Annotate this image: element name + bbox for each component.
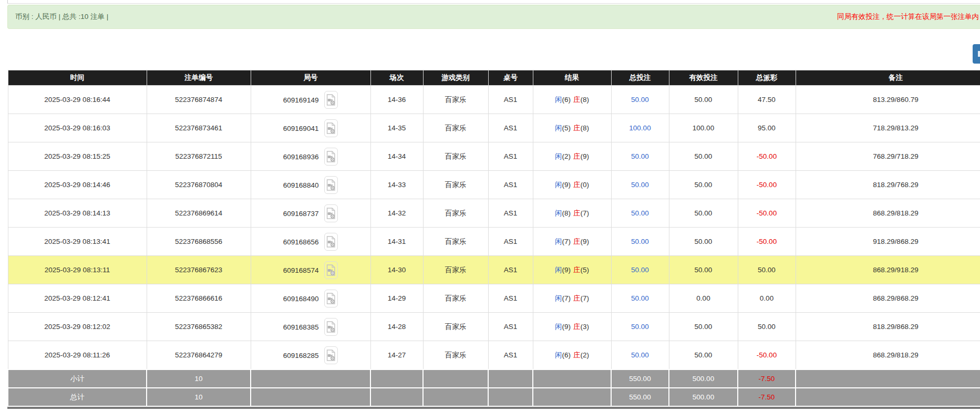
cell-total-bet[interactable]: 50.00 bbox=[611, 171, 669, 199]
cell-result: 闲(7)庄(9) bbox=[533, 228, 611, 256]
cell-total-bet[interactable]: 50.00 bbox=[611, 199, 669, 228]
cell-game-type: 百家乐 bbox=[423, 313, 488, 341]
subtotal-count: 10 bbox=[147, 369, 251, 388]
cell-round-id: 609169149 bbox=[251, 86, 370, 114]
cell-payout: 50.00 bbox=[738, 313, 796, 341]
cell-bet-id: 522376874874 bbox=[147, 86, 251, 114]
round-id-value: 609168490 bbox=[283, 294, 319, 302]
round-id-value: 609168737 bbox=[283, 209, 319, 217]
bet-records-table-wrap: 时间 注单编号 局号 场次 游戏类别 桌号 结果 总投注 有效投注 总派彩 备注… bbox=[7, 70, 980, 409]
video-replay-button[interactable] bbox=[324, 290, 338, 307]
result-banker-score: (8) bbox=[581, 124, 590, 132]
cell-table-code: AS1 bbox=[488, 199, 533, 228]
video-replay-button[interactable] bbox=[324, 318, 338, 336]
cell-valid-bet: 50.00 bbox=[669, 199, 738, 228]
cell-total-bet[interactable]: 100.00 bbox=[611, 114, 669, 142]
cell-total-bet[interactable]: 50.00 bbox=[611, 86, 669, 114]
bet-record-row: 2025-03-29 08:12:41 522376866616 6091684… bbox=[8, 284, 980, 313]
cell-valid-bet: 50.00 bbox=[669, 256, 738, 284]
cell-session: 14-32 bbox=[370, 199, 423, 228]
result-banker-score: (7) bbox=[581, 209, 590, 217]
video-replay-icon bbox=[326, 235, 336, 248]
video-replay-button[interactable] bbox=[324, 261, 338, 279]
cell-time: 2025-03-29 08:13:41 bbox=[8, 228, 147, 256]
cell-payout: -50.00 bbox=[738, 341, 796, 370]
cell-valid-bet: 50.00 bbox=[669, 341, 738, 370]
result-banker-label: 庄 bbox=[573, 238, 581, 245]
cell-payout: 47.50 bbox=[738, 86, 796, 114]
cell-valid-bet: 50.00 bbox=[669, 228, 738, 256]
col-header-game-type: 游戏类别 bbox=[423, 70, 488, 86]
bet-record-row: 2025-03-29 08:12:02 522376865382 6091683… bbox=[8, 313, 980, 341]
video-replay-button[interactable] bbox=[324, 91, 338, 109]
video-replay-button[interactable] bbox=[324, 148, 338, 166]
video-replay-icon bbox=[326, 207, 336, 220]
cell-table-code: AS1 bbox=[488, 86, 533, 114]
result-player-label: 闲 bbox=[555, 152, 562, 160]
result-banker-label: 庄 bbox=[573, 96, 581, 104]
col-header-session: 场次 bbox=[370, 70, 423, 86]
cell-bet-id: 522376872115 bbox=[147, 142, 251, 171]
cell-time: 2025-03-29 08:16:03 bbox=[8, 114, 147, 142]
video-replay-button[interactable] bbox=[324, 204, 338, 222]
cell-valid-bet: 50.00 bbox=[669, 142, 738, 171]
video-replay-button[interactable] bbox=[324, 119, 338, 137]
bet-record-row: 2025-03-29 08:11:26 522376864279 6091682… bbox=[8, 341, 980, 370]
cell-remark: 718.29/813.29 bbox=[796, 114, 980, 142]
video-replay-button[interactable] bbox=[324, 176, 338, 194]
video-replay-icon bbox=[326, 179, 336, 191]
subtotal-payout: -7.50 bbox=[738, 369, 796, 388]
bet-record-row: 2025-03-29 08:13:41 522376868556 6091686… bbox=[8, 228, 980, 256]
cell-payout: 50.00 bbox=[738, 256, 796, 284]
cell-result: 闲(6)庄(8) bbox=[533, 86, 611, 114]
col-header-payout: 总派彩 bbox=[738, 70, 796, 86]
video-replay-icon bbox=[326, 321, 336, 333]
result-player-score: (9) bbox=[562, 181, 571, 189]
bet-record-row: 2025-03-29 08:14:13 522376869614 6091687… bbox=[8, 199, 980, 228]
result-player-label: 闲 bbox=[555, 266, 562, 274]
cell-bet-id: 522376870804 bbox=[147, 171, 251, 199]
cell-total-bet[interactable]: 50.00 bbox=[611, 142, 669, 171]
cell-session: 14-33 bbox=[370, 171, 423, 199]
video-replay-button[interactable] bbox=[324, 346, 338, 364]
cell-total-bet[interactable]: 50.00 bbox=[611, 313, 669, 341]
subtotal-row: 小计 10 550.00 500.00 -7.50 bbox=[8, 369, 980, 388]
cell-game-type: 百家乐 bbox=[423, 114, 488, 142]
grand-total-label: 总计 bbox=[8, 388, 147, 406]
result-banker-score: (0) bbox=[581, 181, 590, 189]
cell-total-bet[interactable]: 50.00 bbox=[611, 284, 669, 313]
result-banker-score: (7) bbox=[581, 294, 590, 302]
cell-payout: 0.00 bbox=[738, 284, 796, 313]
cell-payout: -50.00 bbox=[738, 142, 796, 171]
cell-table-code: AS1 bbox=[488, 171, 533, 199]
cell-total-bet[interactable]: 50.00 bbox=[611, 228, 669, 256]
cell-table-code: AS1 bbox=[488, 341, 533, 370]
cell-valid-bet: 50.00 bbox=[669, 171, 738, 199]
result-player-label: 闲 bbox=[555, 294, 562, 302]
grand-total-total-bet: 550.00 bbox=[611, 388, 669, 406]
cell-game-type: 百家乐 bbox=[423, 199, 488, 228]
cell-time: 2025-03-29 08:11:26 bbox=[8, 341, 147, 370]
cell-session: 14-36 bbox=[370, 86, 423, 114]
cell-remark: 918.29/868.29 bbox=[796, 228, 980, 256]
cell-bet-id: 522376869614 bbox=[147, 199, 251, 228]
result-banker-label: 庄 bbox=[573, 209, 581, 217]
result-player-score: (2) bbox=[562, 152, 571, 160]
result-banker-label: 庄 bbox=[573, 351, 581, 359]
video-replay-button[interactable] bbox=[324, 233, 338, 251]
cell-total-bet[interactable]: 50.00 bbox=[611, 256, 669, 284]
export-button-glyph-fragment bbox=[978, 51, 980, 57]
cell-total-bet[interactable]: 50.00 bbox=[611, 341, 669, 370]
cell-result: 闲(9)庄(5) bbox=[533, 256, 611, 284]
cell-game-type: 百家乐 bbox=[423, 341, 488, 370]
cell-session: 14-35 bbox=[370, 114, 423, 142]
result-player-score: (6) bbox=[562, 96, 571, 104]
video-replay-icon bbox=[326, 122, 336, 135]
cell-bet-id: 522376867623 bbox=[147, 256, 251, 284]
round-id-value: 609168936 bbox=[283, 152, 319, 160]
cell-remark: 868.29/818.29 bbox=[796, 199, 980, 228]
table-totals: 小计 10 550.00 500.00 -7.50 总计 10 bbox=[8, 369, 980, 406]
col-header-round-id: 局号 bbox=[251, 70, 370, 86]
cell-remark: 868.29/918.29 bbox=[796, 256, 980, 284]
export-button[interactable] bbox=[973, 44, 980, 64]
